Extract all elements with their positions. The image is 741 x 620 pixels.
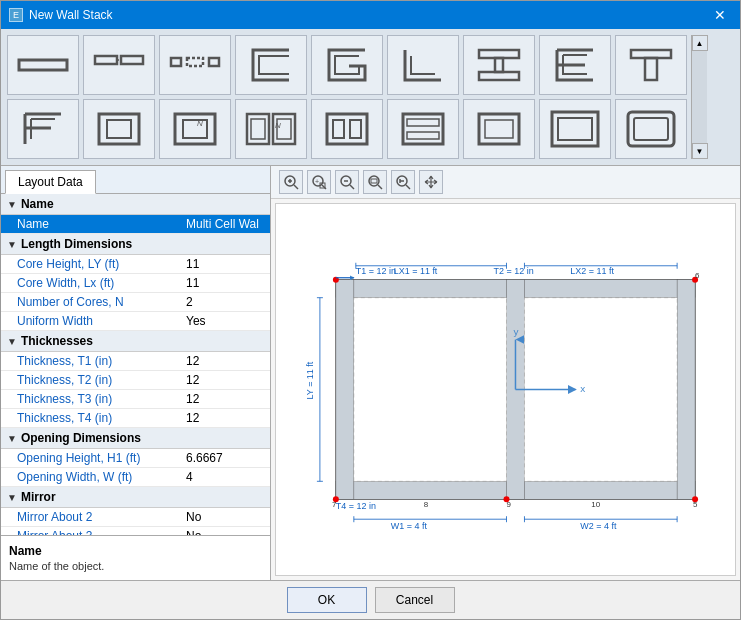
- shape-btn-6[interactable]: [387, 35, 459, 95]
- shape-btn-12[interactable]: N: [159, 99, 231, 159]
- svg-rect-15: [183, 120, 207, 138]
- svg-rect-13: [107, 120, 131, 138]
- prop-value-t2: 12: [180, 371, 270, 389]
- prop-value-w: 4: [180, 468, 270, 486]
- shape-row-1: [7, 35, 687, 95]
- shape-btn-10[interactable]: [7, 99, 79, 159]
- prop-value-mirror2: No: [180, 508, 270, 526]
- prop-name-core-width: Core Width, Lx (ft): [1, 274, 180, 292]
- svg-rect-11: [645, 58, 657, 80]
- svg-point-84: [692, 496, 698, 502]
- window-icon: E: [9, 8, 23, 22]
- bottom-bar: OK Cancel: [1, 580, 740, 619]
- svg-text:LY = 11 ft: LY = 11 ft: [305, 361, 315, 399]
- svg-rect-27: [407, 132, 439, 139]
- prop-row-h1[interactable]: Opening Height, H1 (ft) 6.6667: [1, 449, 270, 468]
- shape-btn-4[interactable]: [235, 35, 307, 95]
- prop-row-t1[interactable]: Thickness, T1 (in) 12: [1, 352, 270, 371]
- title-bar: E New Wall Stack ✕: [1, 1, 740, 29]
- shape-btn-8[interactable]: [539, 35, 611, 95]
- ok-button[interactable]: OK: [287, 587, 367, 613]
- prop-row-w[interactable]: Opening Width, W (ft) 4: [1, 468, 270, 487]
- prop-name-core-height: Core Height, LY (ft): [1, 255, 180, 273]
- shape-btn-13[interactable]: N: [235, 99, 307, 159]
- prop-value-mirror3: No: [180, 527, 270, 535]
- collapse-icon-name: ▼: [7, 199, 17, 210]
- zoom-prev-btn[interactable]: [391, 170, 415, 194]
- group-opening-header[interactable]: ▼ Opening Dimensions: [1, 428, 270, 449]
- collapse-icon-length: ▼: [7, 239, 17, 250]
- prop-row-core-width[interactable]: Core Width, Lx (ft) 11: [1, 274, 270, 293]
- prop-row-t3[interactable]: Thickness, T3 (in) 12: [1, 390, 270, 409]
- svg-text:8: 8: [424, 500, 429, 509]
- gallery-scrollbar[interactable]: ▲ ▼: [691, 35, 707, 159]
- svg-point-83: [333, 496, 339, 502]
- shape-btn-11[interactable]: [83, 99, 155, 159]
- zoom-out-btn[interactable]: [335, 170, 359, 194]
- svg-point-85: [504, 496, 510, 502]
- scroll-up[interactable]: ▲: [692, 35, 708, 51]
- prop-row-core-height[interactable]: Core Height, LY (ft) 11: [1, 255, 270, 274]
- window-title: New Wall Stack: [29, 8, 113, 22]
- cancel-button[interactable]: Cancel: [375, 587, 455, 613]
- svg-rect-31: [558, 118, 592, 140]
- prop-name-mirror2: Mirror About 2: [1, 508, 180, 526]
- shape-btn-16[interactable]: [463, 99, 535, 159]
- zoom-fit-btn[interactable]: +: [307, 170, 331, 194]
- svg-rect-26: [407, 119, 439, 126]
- scroll-down[interactable]: ▼: [692, 143, 708, 159]
- svg-text:W1 = 4 ft: W1 = 4 ft: [391, 521, 428, 531]
- zoom-rect-btn[interactable]: [363, 170, 387, 194]
- group-name-header[interactable]: ▼ Name: [1, 194, 270, 215]
- prop-name-t3: Thickness, T3 (in): [1, 390, 180, 408]
- svg-text:y: y: [513, 326, 518, 337]
- shape-btn-3[interactable]: [159, 35, 231, 95]
- group-thick-header[interactable]: ▼ Thicknesses: [1, 331, 270, 352]
- prop-row-uniform-width[interactable]: Uniform Width Yes: [1, 312, 270, 331]
- prop-value-uniform-width: Yes: [180, 312, 270, 330]
- pan-btn[interactable]: [419, 170, 443, 194]
- prop-row-mirror2[interactable]: Mirror About 2 No: [1, 508, 270, 527]
- prop-name-name: Name: [1, 215, 180, 233]
- prop-name-num-cores: Number of Cores, N: [1, 293, 180, 311]
- tab-layout-data[interactable]: Layout Data: [5, 170, 96, 194]
- svg-line-49: [406, 185, 410, 189]
- title-bar-left: E New Wall Stack: [9, 8, 113, 22]
- svg-rect-59: [354, 298, 507, 482]
- svg-text:N: N: [197, 119, 203, 128]
- svg-rect-47: [371, 179, 377, 183]
- prop-row-name[interactable]: Name Multi Cell Wal: [1, 215, 270, 234]
- svg-text:W2 = 4 ft: W2 = 4 ft: [580, 521, 617, 531]
- toolbar: +: [271, 166, 740, 199]
- svg-rect-57: [677, 280, 695, 500]
- shape-btn-5[interactable]: [311, 35, 383, 95]
- prop-value-core-height: 11: [180, 255, 270, 273]
- group-mirror-header[interactable]: ▼ Mirror: [1, 487, 270, 508]
- collapse-icon-mirror: ▼: [7, 492, 17, 503]
- shape-btn-17[interactable]: [539, 99, 611, 159]
- left-panel: Layout Data ▼ Name Name Multi Cell Wal ▼…: [1, 166, 271, 580]
- shape-btn-9[interactable]: [615, 35, 687, 95]
- group-length-header[interactable]: ▼ Length Dimensions: [1, 234, 270, 255]
- close-button[interactable]: ✕: [708, 5, 732, 25]
- shape-btn-2[interactable]: [83, 35, 155, 95]
- prop-name-t4: Thickness, T4 (in): [1, 409, 180, 427]
- tab-bar: Layout Data: [1, 166, 270, 194]
- shape-btn-7[interactable]: [463, 35, 535, 95]
- shape-btn-1[interactable]: [7, 35, 79, 95]
- properties-area: ▼ Name Name Multi Cell Wal ▼ Length Dime…: [1, 194, 270, 535]
- prop-row-mirror3[interactable]: Mirror About 3 No: [1, 527, 270, 535]
- svg-text:T4 = 12 in: T4 = 12 in: [336, 501, 376, 511]
- prop-row-t2[interactable]: Thickness, T2 (in) 12: [1, 371, 270, 390]
- svg-rect-2: [121, 56, 143, 64]
- svg-rect-29: [485, 120, 513, 138]
- zoom-in-btn[interactable]: [279, 170, 303, 194]
- group-name-label: Name: [21, 197, 54, 211]
- svg-text:6: 6: [695, 271, 700, 280]
- shape-btn-15[interactable]: [387, 99, 459, 159]
- prop-row-t4[interactable]: Thickness, T4 (in) 12: [1, 409, 270, 428]
- prop-row-num-cores[interactable]: Number of Cores, N 2: [1, 293, 270, 312]
- shape-btn-18[interactable]: [615, 99, 687, 159]
- group-thick-label: Thicknesses: [21, 334, 93, 348]
- shape-btn-14[interactable]: [311, 99, 383, 159]
